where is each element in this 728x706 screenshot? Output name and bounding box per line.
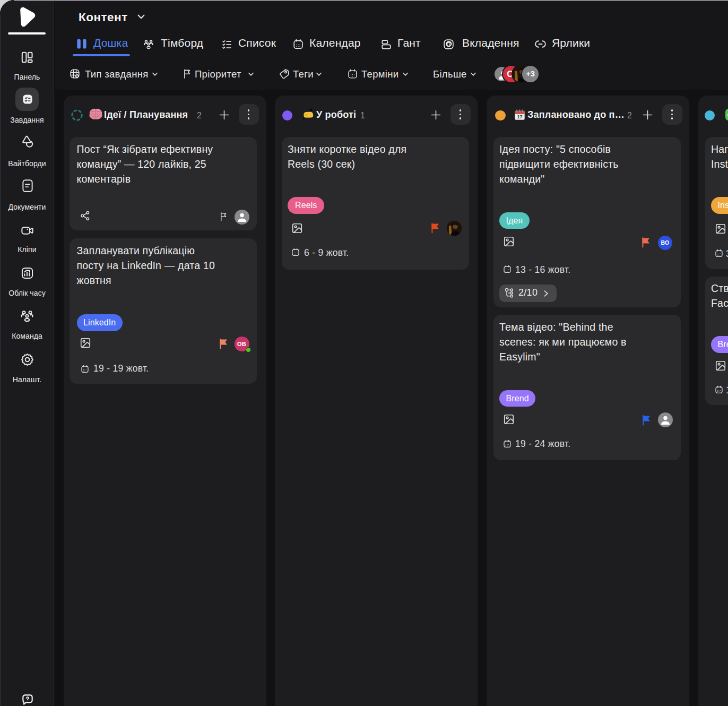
svg-text:17: 17 [517,114,522,119]
